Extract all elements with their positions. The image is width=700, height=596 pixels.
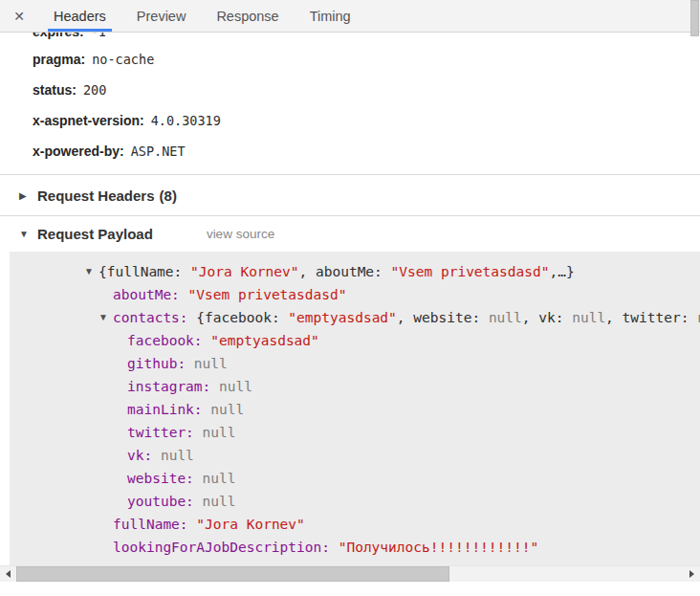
payload-tree-row: fullName: "Jora Kornev" [10, 513, 700, 536]
section-title: Request Payload [37, 226, 153, 242]
payload-segment-key: github: [127, 356, 194, 371]
payload-segment-key: fullName: [113, 517, 196, 532]
payload-tree-row: twitter: null [10, 421, 700, 444]
response-header-row: status:200 [0, 75, 700, 105]
payload-tree-row: website: null [10, 467, 700, 490]
right-arrow-icon [689, 570, 694, 578]
response-header-row: x-aspnet-version:4.0.30319 [0, 105, 700, 136]
payload-segment-key: vk: [127, 448, 161, 463]
payload-segment-null: null [219, 379, 252, 394]
payload-segment-plain: , twitter: [605, 310, 697, 325]
left-arrow-icon [6, 570, 11, 578]
payload-segment-key: website: [127, 471, 203, 486]
close-icon[interactable]: ✕ [0, 0, 38, 32]
payload-segment-string: "Jora Kornev" [196, 517, 305, 532]
header-name: x-powered-by: [33, 143, 124, 159]
payload-tree-row: vk: null [10, 444, 700, 467]
response-header-row: x-powered-by:ASP.NET [0, 136, 700, 166]
payload-tree-row: facebook: "emptyasdsad" [10, 329, 700, 352]
payload-segment-string: "Vsem privetasdasd" [391, 264, 550, 279]
payload-segment-key: aboutMe: [113, 287, 188, 302]
vertical-scrollbar-thumb[interactable] [690, 0, 699, 36]
view-source-link[interactable]: view source [207, 227, 274, 241]
request-payload-section-header[interactable]: ▼ Request Payload view source [0, 216, 700, 252]
network-detail-pane: ✕ Headers Preview Response Timing expire… [0, 0, 700, 596]
horizontal-scrollbar-thumb[interactable] [16, 566, 449, 582]
header-value: 4.0.30319 [151, 113, 221, 128]
header-name: pragma: [33, 52, 85, 67]
request-headers-section-header[interactable]: ▶ Request Headers (8) [0, 175, 700, 216]
tab-response[interactable]: Response [210, 0, 284, 32]
payload-segment-key: contacts: [113, 310, 196, 325]
payload-segment-null: null [210, 402, 244, 417]
payload-tree-row: youtube: null [10, 490, 700, 513]
payload-segment-key: twitter: [127, 425, 203, 440]
section-title: Request Headers [37, 188, 155, 204]
payload-segment-plain: {fullName: [98, 264, 190, 279]
vertical-scrollbar[interactable] [689, 0, 700, 565]
response-header-row: pragma:no-cache [0, 44, 700, 75]
payload-segment-key: lookingForAJobDescription: [113, 540, 339, 555]
payload-tree-row[interactable]: ▼{fullName: "Jora Kornev", aboutMe: "Vse… [10, 260, 700, 283]
headers-panel: expires:-1 pragma:no-cache status:200 x-… [0, 33, 700, 565]
scroll-right-arrow[interactable] [684, 566, 700, 582]
header-value: -1 [91, 33, 106, 39]
payload-segment-string: "Jora Kornev" [190, 264, 299, 279]
payload-tree-row: github: null [10, 352, 700, 375]
expander-triangle-icon[interactable]: ▼ [84, 260, 94, 283]
payload-segment-string: "Получилось!!!!!!!!!!!!" [339, 540, 539, 555]
payload-segment-key: instagram: [127, 379, 219, 394]
header-name: x-aspnet-version: [33, 113, 144, 128]
payload-segment-plain: , website: [397, 310, 489, 325]
payload-segment-null: null [203, 471, 236, 486]
payload-tree-row: aboutMe: "Vsem privetasdasd" [10, 283, 700, 306]
payload-segment-plain: {facebook: [196, 310, 288, 325]
section-count: (8) [160, 188, 177, 204]
payload-segment-plain: , vk: [522, 310, 572, 325]
payload-segment-null: null [203, 494, 236, 509]
header-name: status: [33, 82, 77, 98]
payload-segment-plain: ,…} [549, 264, 574, 279]
tab-timing[interactable]: Timing [304, 0, 357, 32]
expander-triangle-icon[interactable]: ▼ [98, 306, 108, 329]
payload-segment-null: null [161, 448, 194, 463]
payload-tree-row[interactable]: ▼contacts: {facebook: "emptyasdsad", web… [10, 306, 700, 329]
tab-preview[interactable]: Preview [131, 0, 192, 32]
tab-bar: ✕ Headers Preview Response Timing [0, 0, 700, 33]
payload-segment-plain: , aboutMe: [299, 264, 391, 279]
payload-tree: ▼{fullName: "Jora Kornev", aboutMe: "Vse… [10, 252, 700, 565]
scroll-left-arrow[interactable] [0, 566, 16, 582]
clipped-header-row: expires:-1 [0, 33, 700, 44]
header-value: no-cache [92, 52, 154, 67]
payload-segment-key: facebook: [127, 333, 210, 348]
header-name: expires: [33, 33, 84, 39]
payload-tree-row: instagram: null [10, 375, 700, 398]
header-value: 200 [83, 82, 106, 98]
payload-tree-row: mainLink: null [10, 398, 700, 421]
payload-tree-row: lookingForAJobDescription: "Получилось!!… [10, 536, 700, 559]
payload-segment-key: mainLink: [127, 402, 210, 417]
payload-segment-null: null [203, 425, 236, 440]
payload-segment-key: youtube: [127, 494, 203, 509]
expanded-triangle-icon[interactable]: ▼ [19, 229, 30, 239]
collapsed-triangle-icon[interactable]: ▶ [19, 190, 30, 201]
horizontal-scrollbar[interactable] [0, 565, 700, 582]
payload-segment-null: null [194, 356, 228, 371]
payload-segment-null: null [572, 310, 605, 325]
payload-segment-string: "Vsem privetasdasd" [188, 287, 347, 302]
tab-headers[interactable]: Headers [48, 0, 112, 32]
payload-segment-null: null [489, 310, 522, 325]
header-value: ASP.NET [131, 143, 186, 159]
payload-segment-string: "emptyasdsad" [288, 310, 397, 325]
payload-segment-string: "emptyasdsad" [210, 333, 319, 348]
